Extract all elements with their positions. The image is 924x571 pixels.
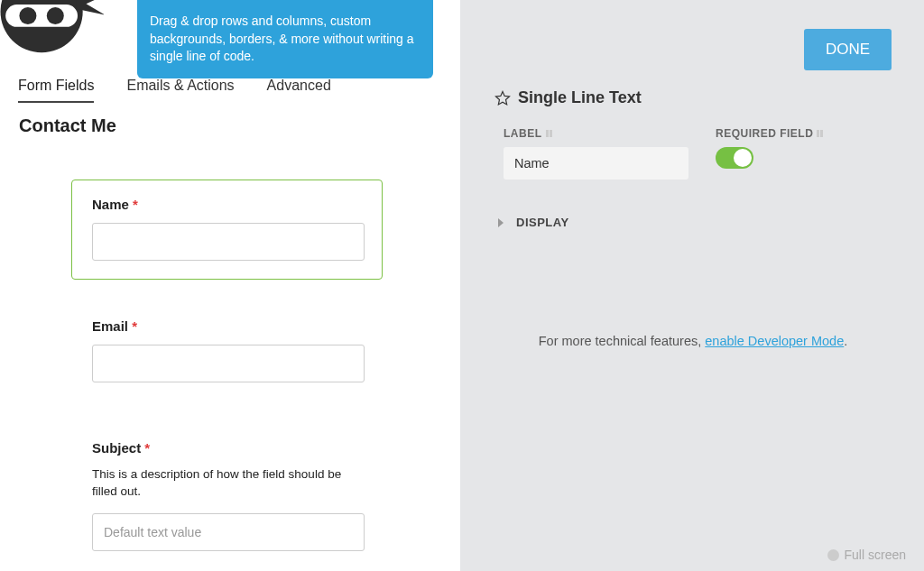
ninja-logo	[0, 0, 104, 58]
setting-label-header: LABEL	[504, 127, 688, 140]
field-subject-input[interactable]	[92, 513, 365, 551]
field-name-input[interactable]	[92, 223, 365, 261]
field-subject-description: This is a description of how the field s…	[92, 466, 362, 501]
svg-rect-7	[820, 130, 823, 137]
field-name-label: Name *	[92, 197, 362, 212]
settings-header: Single Line Text	[494, 88, 892, 107]
developer-mode-hint: For more technical features, enable Deve…	[494, 334, 892, 348]
merge-tag-icon[interactable]	[546, 129, 555, 138]
field-email-label: Email *	[92, 318, 362, 334]
toggle-knob	[734, 149, 752, 167]
chevron-right-icon	[496, 218, 505, 227]
svg-rect-4	[546, 130, 549, 137]
label-input[interactable]	[504, 147, 688, 180]
required-toggle[interactable]	[716, 147, 753, 169]
tab-emails-actions[interactable]: Emails & Actions	[126, 78, 234, 103]
svg-rect-1	[5, 5, 78, 27]
settings-title: Single Line Text	[518, 88, 642, 107]
field-name[interactable]: Name *	[71, 180, 383, 280]
field-subject-label: Subject *	[92, 440, 362, 456]
tab-form-fields[interactable]: Form Fields	[18, 78, 94, 103]
display-section-label: DISPLAY	[516, 216, 569, 229]
form-builder-pane: Drag & drop rows and columns, custom bac…	[0, 0, 460, 571]
feature-tooltip: Drag & drop rows and columns, custom bac…	[137, 0, 433, 78]
fullscreen-button[interactable]: Full screen	[827, 548, 906, 562]
svg-rect-5	[550, 130, 552, 137]
setting-required-column: REQUIRED FIELD	[716, 127, 826, 180]
settings-row: LABEL REQUIRED FIELD	[504, 127, 892, 180]
field-email-input[interactable]	[92, 345, 365, 382]
done-button[interactable]: DONE	[804, 29, 892, 70]
builder-tabs: Form Fields Emails & Actions Advanced	[18, 78, 331, 103]
setting-label-column: LABEL	[504, 127, 688, 180]
star-icon[interactable]	[494, 90, 511, 106]
fullscreen-icon	[827, 549, 839, 561]
field-settings-pane: Single Line Text LABEL REQUIRED FIELD	[494, 88, 892, 229]
enable-developer-mode-link[interactable]: enable Developer Mode	[705, 334, 844, 348]
display-section-toggle[interactable]: DISPLAY	[496, 216, 892, 229]
tab-advanced[interactable]: Advanced	[267, 78, 331, 103]
fullscreen-label: Full screen	[845, 548, 906, 562]
setting-required-header: REQUIRED FIELD	[716, 127, 826, 140]
svg-point-2	[19, 7, 36, 24]
form-title[interactable]: Contact Me	[19, 115, 116, 136]
form-fields-list: Name * Email * Subject * This is a descr…	[71, 180, 383, 571]
svg-point-3	[47, 7, 64, 24]
svg-rect-6	[817, 130, 819, 137]
field-email[interactable]: Email *	[71, 301, 383, 401]
merge-tag-icon[interactable]	[817, 129, 826, 138]
field-subject[interactable]: Subject * This is a description of how t…	[71, 423, 383, 570]
